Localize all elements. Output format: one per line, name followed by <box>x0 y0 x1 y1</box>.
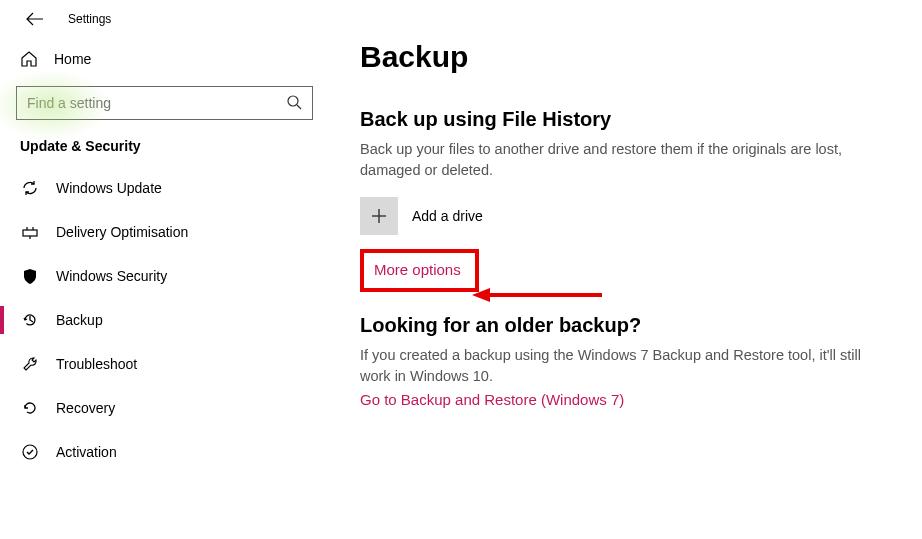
section-header: Update & Security <box>0 138 329 166</box>
file-history-heading: Back up using File History <box>360 108 892 131</box>
delivery-icon <box>20 223 40 241</box>
backup-restore-link[interactable]: Go to Backup and Restore (Windows 7) <box>360 391 624 408</box>
nav-troubleshoot[interactable]: Troubleshoot <box>0 342 329 386</box>
older-backup-desc: If you created a backup using the Window… <box>360 345 870 387</box>
recovery-icon <box>20 399 40 417</box>
backup-icon <box>20 311 40 329</box>
more-options-link[interactable]: More options <box>374 261 461 278</box>
titlebar: Settings <box>0 12 329 40</box>
add-drive-label: Add a drive <box>412 208 483 224</box>
nav-windows-update[interactable]: Windows Update <box>0 166 329 210</box>
nav-activation[interactable]: Activation <box>0 430 329 474</box>
nav-label: Activation <box>56 444 117 460</box>
nav-delivery-optimisation[interactable]: Delivery Optimisation <box>0 210 329 254</box>
search-icon <box>286 94 302 113</box>
add-drive-button[interactable]: Add a drive <box>360 197 892 235</box>
nav-windows-security[interactable]: Windows Security <box>0 254 329 298</box>
app-title: Settings <box>68 12 111 26</box>
activation-icon <box>20 443 40 461</box>
svg-line-1 <box>297 105 301 109</box>
nav-backup[interactable]: Backup <box>0 298 329 342</box>
home-icon <box>20 50 38 68</box>
svg-point-3 <box>23 445 37 459</box>
file-history-desc: Back up your files to another drive and … <box>360 139 870 181</box>
home-label: Home <box>54 51 91 67</box>
main-content: Backup Back up using File History Back u… <box>330 0 922 539</box>
sync-icon <box>20 179 40 197</box>
nav-recovery[interactable]: Recovery <box>0 386 329 430</box>
plus-icon <box>360 197 398 235</box>
page-title: Backup <box>360 40 892 74</box>
nav-label: Windows Update <box>56 180 162 196</box>
nav-label: Backup <box>56 312 103 328</box>
shield-icon <box>20 267 40 285</box>
nav-label: Troubleshoot <box>56 356 137 372</box>
search-box[interactable] <box>16 86 313 120</box>
annotation-highlight-box: More options <box>360 249 479 292</box>
nav-label: Delivery Optimisation <box>56 224 188 240</box>
home-nav[interactable]: Home <box>0 40 329 78</box>
nav-list: Windows Update Delivery Optimisation Win… <box>0 166 329 474</box>
older-backup-heading: Looking for an older backup? <box>360 314 892 337</box>
nav-label: Recovery <box>56 400 115 416</box>
wrench-icon <box>20 355 40 373</box>
nav-label: Windows Security <box>56 268 167 284</box>
svg-point-0 <box>288 96 298 106</box>
search-input[interactable] <box>27 95 286 111</box>
back-icon[interactable] <box>26 12 44 26</box>
svg-rect-2 <box>23 230 37 236</box>
